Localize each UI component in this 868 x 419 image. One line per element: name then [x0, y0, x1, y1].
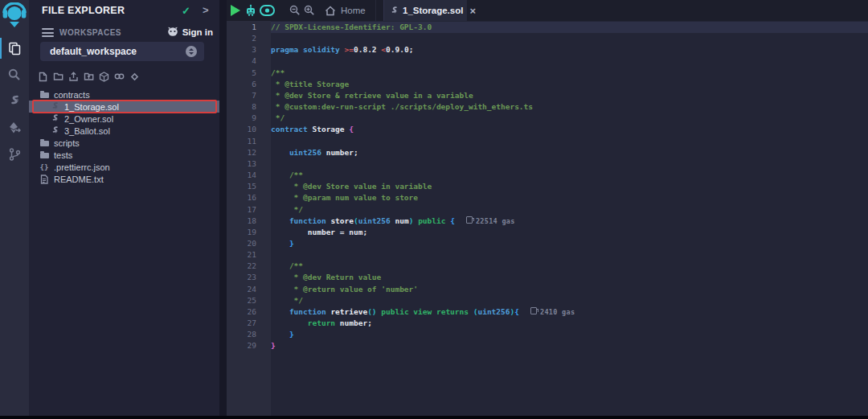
ai-robot-icon[interactable]	[244, 0, 258, 21]
tree-item-2_Owner.sol[interactable]: 2_Owner.sol	[29, 113, 219, 125]
new-file-icon[interactable]	[38, 71, 48, 82]
tab-label: Home	[341, 6, 366, 15]
code-line-20: }	[271, 238, 868, 249]
activity-item-search[interactable]	[0, 62, 29, 88]
tree-item-contracts[interactable]: contracts	[29, 88, 219, 101]
upload-file-icon[interactable]	[68, 71, 79, 82]
json-icon: {}	[39, 163, 49, 171]
line-number: 15	[227, 181, 271, 192]
sign-in-button[interactable]: Sign in	[167, 27, 213, 37]
code-line-4	[271, 55, 868, 67]
upload-folder-icon[interactable]	[84, 71, 94, 82]
activity-item-file-explorer[interactable]	[0, 35, 29, 61]
tree-item-README.txt[interactable]: README.txt	[29, 173, 219, 185]
solidity-compiler-icon	[9, 95, 21, 108]
code-line-29: }	[271, 340, 868, 351]
line-number: 23	[227, 272, 271, 283]
run-script-play-button[interactable]	[228, 0, 243, 21]
editor-topbar: Home1_Storage.sol×	[227, 0, 868, 21]
gas-pump-icon	[466, 216, 473, 224]
code-line-5: /**	[271, 68, 868, 79]
code-line-23: * @dev Return value	[271, 272, 868, 283]
line-number: 12	[227, 147, 271, 158]
panel-title: FILE EXPLORER	[42, 5, 125, 16]
workspace-dropdown[interactable]: default_workspace	[40, 42, 204, 61]
terminal-top-edge	[0, 416, 868, 419]
line-number: 10	[227, 124, 271, 135]
ipfs-cube-icon[interactable]	[99, 71, 109, 82]
line-number: 4	[227, 55, 271, 67]
code-line-7: * @dev Store & retrieve value in a varia…	[271, 90, 868, 101]
tree-item-scripts[interactable]: scripts	[29, 137, 219, 149]
code-line-11	[271, 136, 868, 147]
workspace-selected-value: default_workspace	[50, 46, 137, 57]
folder-icon	[39, 139, 49, 146]
tree-item-label: .prettierrc.json	[54, 162, 110, 172]
code-line-26: function retrieve() public view returns …	[271, 306, 868, 318]
tree-item-.prettierrc.json[interactable]: {}.prettierrc.json	[29, 161, 219, 173]
tree-item-label: contracts	[54, 90, 90, 100]
tree-item-tests[interactable]: tests	[29, 149, 219, 161]
folder-open-icon	[39, 91, 49, 98]
close-tab-icon[interactable]: ×	[469, 5, 476, 17]
file-explorer-panel: FILE EXPLORER ✓ > WORKSPACES Sign in	[29, 0, 219, 416]
activity-item-deploy-run[interactable]	[0, 115, 29, 141]
folder-icon	[39, 151, 49, 158]
line-number: 25	[227, 295, 271, 306]
tab-Home[interactable]: Home	[318, 0, 376, 21]
remix-logo-icon[interactable]	[2, 2, 27, 30]
github-icon	[167, 27, 178, 37]
gas-pump-icon	[530, 307, 537, 314]
solidity-file-icon	[50, 102, 59, 111]
chevron-right-icon[interactable]: >	[203, 4, 209, 16]
code-line-1: // SPDX-License-Identifier: GPL-3.0	[271, 22, 868, 33]
line-number: 8	[227, 101, 271, 113]
panel-splitter[interactable]	[219, 0, 227, 416]
new-folder-icon[interactable]	[53, 71, 63, 82]
solidity-file-icon	[50, 126, 59, 135]
code-line-19: number = num;	[271, 227, 868, 238]
code-line-12: uint256 number;	[271, 147, 868, 158]
zoom-in-icon[interactable]	[302, 0, 316, 21]
dropdown-updown-icon	[186, 46, 197, 57]
code-line-15: * @dev Store value in variable	[271, 181, 868, 192]
file-tree: contracts1_Storage.sol2_Owner.sol3_Ballo…	[29, 88, 219, 185]
git-icon	[9, 148, 21, 161]
tab-label: 1_Storage.sol	[403, 6, 463, 15]
line-number: 3	[227, 44, 271, 55]
zoom-out-icon[interactable]	[288, 0, 301, 21]
activity-item-git[interactable]	[0, 142, 29, 167]
activity-bar	[0, 0, 29, 419]
check-icon[interactable]: ✓	[182, 5, 190, 17]
code-line-13	[271, 158, 868, 170]
ai-copilot-toggle[interactable]	[259, 0, 275, 21]
code-content[interactable]: // SPDX-License-Identifier: GPL-3.0pragm…	[271, 21, 868, 416]
line-number: 19	[227, 227, 271, 238]
file-explorer-icon	[8, 42, 22, 55]
line-number: 28	[227, 329, 271, 340]
tree-item-label: 2_Owner.sol	[64, 114, 113, 124]
line-number-gutter: 1234567891011121314151617181920212223242…	[227, 21, 271, 416]
home-icon	[325, 6, 336, 16]
file-explorer-header: FILE EXPLORER ✓ >	[29, 5, 219, 19]
line-number: 24	[227, 284, 271, 295]
link-icon[interactable]	[114, 71, 125, 82]
line-number: 22	[227, 261, 271, 272]
solidity-file-icon	[50, 114, 59, 123]
code-line-16: * @param num value to store	[271, 192, 868, 203]
activity-item-solidity-compiler[interactable]	[0, 88, 29, 114]
hamburger-menu-icon[interactable]	[42, 28, 54, 39]
deploy-run-icon	[8, 121, 21, 134]
tree-item-3_Ballot.sol[interactable]: 3_Ballot.sol	[29, 125, 219, 137]
line-number: 17	[227, 204, 271, 216]
gas-estimate-badge: 22514 gas	[466, 217, 515, 225]
code-editor[interactable]: 1234567891011121314151617181920212223242…	[227, 21, 868, 416]
solidity-file-icon	[391, 6, 398, 15]
tab-1_Storage.sol[interactable]: 1_Storage.sol×	[383, 0, 467, 21]
line-number: 21	[227, 249, 271, 261]
code-line-21	[271, 249, 868, 261]
editor-area: Home1_Storage.sol× 123456789101112131415…	[227, 0, 868, 416]
diamond-icon[interactable]	[129, 71, 140, 82]
code-line-8: * @custom:dev-run-script ./scripts/deplo…	[271, 101, 868, 113]
tree-item-1_Storage.sol[interactable]: 1_Storage.sol	[29, 101, 219, 113]
